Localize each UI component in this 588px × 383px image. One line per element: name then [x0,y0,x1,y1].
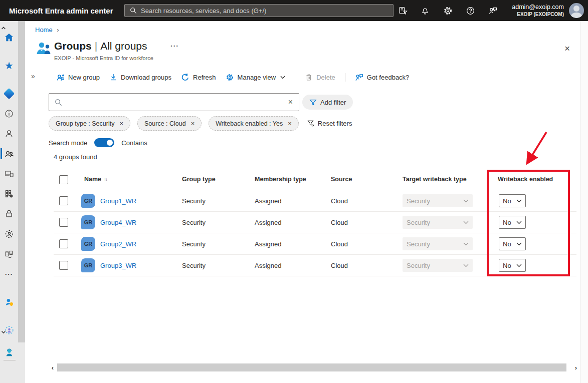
remove-filter-icon[interactable]: × [191,120,195,127]
source-cell: Cloud [331,219,348,226]
account-email: admin@exoip.com [512,4,564,11]
identity-governance-icon [4,229,15,239]
directory-filter-icon[interactable] [398,6,408,16]
search-mode-row: Search mode Contains [49,138,147,148]
source-cell: Cloud [331,197,348,205]
download-groups-label: Download groups [121,74,171,81]
feedback-icon[interactable] [488,6,498,16]
sidebar-item-protection[interactable] [0,207,18,221]
scroll-left-icon[interactable]: ‹ [49,363,57,371]
writeback-enabled-select[interactable]: No [499,259,526,272]
clear-search-icon[interactable]: × [288,98,293,107]
group-search-input[interactable] [67,99,288,106]
filter-pill-writeback-enabled[interactable]: Writeback enabled : Yes × [209,116,298,131]
chevron-down-icon [516,199,522,203]
sidebar-item-support[interactable] [0,345,18,359]
app-title[interactable]: Microsoft Entra admin center [9,7,113,15]
sidebar-item-applications[interactable] [0,187,18,201]
close-icon[interactable]: × [564,43,570,54]
help-icon[interactable] [465,6,475,16]
membership-type-cell: Assigned [255,240,281,248]
avatar[interactable] [569,3,584,18]
filter-pill-group-type[interactable]: Group type : Security × [49,116,130,131]
writeback-enabled-select[interactable]: No [499,216,526,229]
row-checkbox[interactable] [59,196,68,205]
notifications-bell-icon[interactable] [420,6,430,16]
support-person-icon [4,347,15,358]
sidebar-scrollbar[interactable] [18,21,25,342]
sidebar-item-groups[interactable] [0,147,18,161]
membership-type-cell: Assigned [255,219,281,226]
devices-icon [4,169,14,179]
horizontal-scrollbar-thumb[interactable] [57,363,566,371]
page-title: Groups|All groups [54,40,147,52]
sidebar-item-entra-id[interactable] [0,87,18,101]
group-name-link[interactable]: Group4_WR [100,219,136,226]
chevron-down-icon [516,242,522,246]
page-more-menu-icon[interactable]: ··· [170,42,179,50]
writeback-enabled-select[interactable]: No [499,237,526,250]
add-filter-button[interactable]: Add filter [302,95,353,110]
sidebar-item-home[interactable] [0,31,18,45]
column-header-group-type[interactable]: Group type [182,176,216,183]
group-avatar: GR [81,237,95,251]
group-name-link[interactable]: Group2_WR [100,240,136,248]
new-group-icon [56,73,65,82]
sidebar-item-favorites[interactable]: ★ [0,59,18,73]
group-name-link[interactable]: Group1_WR [100,197,136,205]
vertical-scrollbar[interactable] [580,21,588,383]
refresh-button[interactable]: Refresh [181,73,216,82]
column-header-writeback-enabled[interactable]: Writeback enabled [498,176,553,183]
refresh-icon [181,73,189,82]
new-group-label: New group [68,74,100,81]
breadcrumb-separator-icon: › [57,26,59,34]
commandbar-expander-icon[interactable]: » [31,72,35,80]
target-writeback-type-select: Security [403,259,473,272]
column-header-membership-type[interactable]: Membership type [255,176,306,183]
sidebar-item-verified-id[interactable] [0,323,18,337]
group-search-box: × [49,93,299,111]
row-checkbox[interactable] [59,261,68,270]
writeback-enabled-select[interactable]: No [499,194,526,207]
column-header-source[interactable]: Source [331,176,352,183]
filter-pill-source[interactable]: Source : Cloud × [137,116,202,131]
sidebar-item-devices[interactable] [0,167,18,181]
filter-pill-label: Source : Cloud [144,120,186,127]
sidebar-item-more[interactable]: ··· [0,267,18,281]
sidebar-item-permissions-management[interactable] [0,295,18,309]
column-header-name[interactable]: Name↑↓ [84,176,107,183]
breadcrumb: Home › [35,26,59,34]
group-name-link[interactable]: Group3_WR [100,262,136,269]
delete-button[interactable]: Delete [305,73,335,81]
settings-gear-icon[interactable] [443,6,453,16]
remove-filter-icon[interactable]: × [288,120,292,127]
row-checkbox[interactable] [59,239,68,248]
got-feedback-button[interactable]: Got feedback? [355,73,410,82]
sidebar-item-identity-governance[interactable] [0,227,18,241]
table-row: GR Group3_WR Security Assigned Cloud Sec… [54,255,576,276]
filter-pill-row: Group type : Security × Source : Cloud ×… [49,116,352,131]
select-all-checkbox[interactable] [59,175,68,184]
sidebar-item-external-identities[interactable] [0,247,18,261]
global-search-input[interactable] [141,7,393,15]
search-mode-state: Contains [121,139,147,147]
group-type-cell: Security [182,262,206,269]
reset-filters-button[interactable]: Reset filters [307,120,352,127]
breadcrumb-home-link[interactable]: Home [35,26,53,34]
manage-view-button[interactable]: Manage view [226,73,286,82]
row-checkbox[interactable] [59,218,68,227]
remove-filter-icon[interactable]: × [119,120,123,127]
new-group-button[interactable]: New group [56,73,100,82]
filter-pill-label: Group type : Security [56,120,114,127]
account-info[interactable]: admin@exoip.com EXOIP (EXOIPCOM) [512,0,564,21]
sort-icon: ↑↓ [104,177,107,182]
scroll-right-icon[interactable]: › [572,363,580,371]
sidebar-item-overview[interactable] [0,107,18,121]
download-groups-button[interactable]: Download groups [109,73,171,81]
column-header-target-writeback-type[interactable]: Target writeback type [403,176,467,183]
search-mode-toggle[interactable] [94,138,114,147]
sidebar-item-users[interactable] [0,127,18,141]
search-icon [55,99,62,106]
chevron-down-icon [516,264,522,267]
commandbar-divider [295,73,295,82]
